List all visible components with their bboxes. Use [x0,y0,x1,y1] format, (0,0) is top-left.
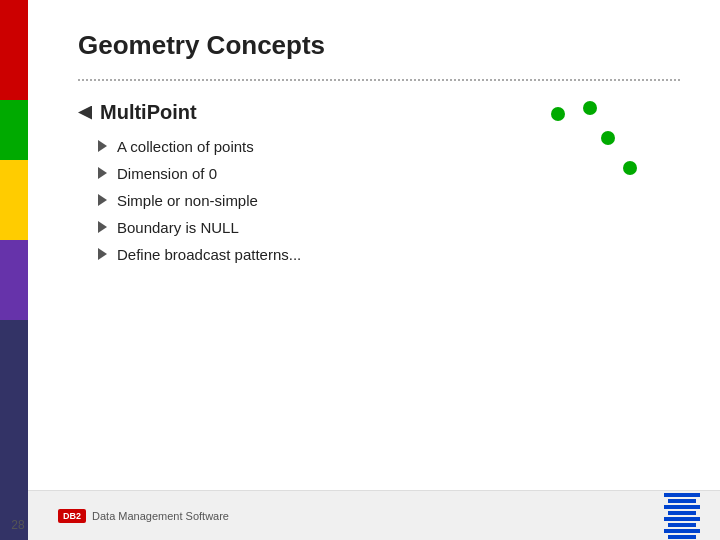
section-divider [78,79,680,81]
bar-purple [0,240,28,320]
arrow-icon-5 [98,248,107,260]
slide-footer: DB2 Data Management Software [28,490,720,540]
slide-title: Geometry Concepts [78,30,680,61]
left-color-bar [0,0,28,540]
diagram-dot-4 [623,161,637,175]
bar-green [0,100,28,160]
footer-text: Data Management Software [92,510,229,522]
ibm-bar-4 [668,511,696,515]
ibm-bar-5 [664,517,700,521]
multipoint-diagram [540,100,660,220]
arrow-icon-2 [98,167,107,179]
bullet-text-5: Define broadcast patterns... [117,246,301,263]
db2-badge: DB2 [58,509,86,523]
ibm-bar-3 [664,505,700,509]
arrow-icon-4 [98,221,107,233]
bar-yellow [0,160,28,240]
ibm-bar-6 [668,523,696,527]
ibm-bar-2 [668,499,696,503]
diagram-svg [540,100,660,220]
section-label: MultiPoint [100,101,197,124]
diagram-dot-3 [601,131,615,145]
ibm-logo [664,493,700,539]
list-item: Boundary is NULL [98,219,680,236]
bullet-text-1: A collection of points [117,138,254,155]
bullet-text-4: Boundary is NULL [117,219,239,236]
list-item: Define broadcast patterns... [98,246,680,263]
ibm-bar-7 [664,529,700,533]
page-number: 28 [4,518,32,532]
section-bullet-icon [78,106,92,120]
bullet-text-2: Dimension of 0 [117,165,217,182]
ibm-bar-8 [668,535,696,539]
diagram-dot-2 [583,101,597,115]
ibm-bar-1 [664,493,700,497]
diagram-dot-1 [551,107,565,121]
bar-red [0,0,28,100]
slide-content: Geometry Concepts MultiPoint A collectio… [28,0,720,540]
arrow-icon-3 [98,194,107,206]
footer-left: DB2 Data Management Software [58,509,229,523]
bullet-text-3: Simple or non-simple [117,192,258,209]
arrow-icon-1 [98,140,107,152]
bar-bottom [0,320,28,540]
